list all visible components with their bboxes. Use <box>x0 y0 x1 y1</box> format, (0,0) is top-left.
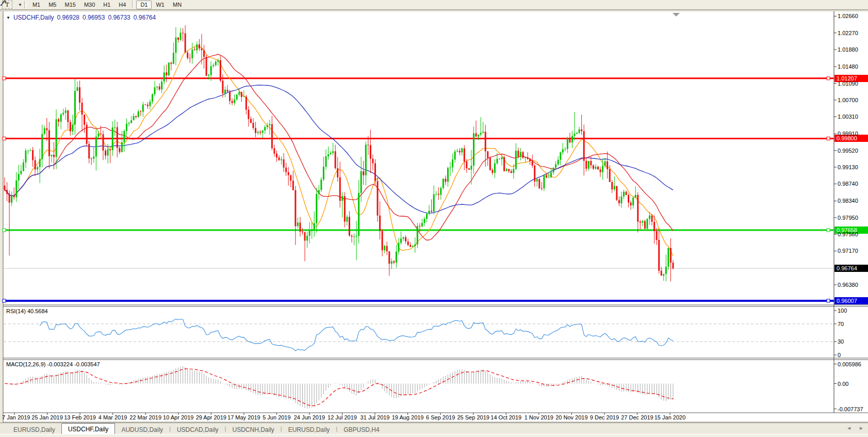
line-handle[interactable] <box>827 299 830 302</box>
date-axis-label: 27 Dec 2019 <box>621 414 653 420</box>
chart-tab-EURUSD-Daily[interactable]: EURUSD,Daily <box>282 425 336 434</box>
date-axis-label: 15 Jan 2020 <box>654 414 686 420</box>
date-axis-label: 5 Jun 2019 <box>263 414 290 420</box>
date-axis-label: 14 Oct 2019 <box>490 414 521 420</box>
price-axis-tick-label: 1.02660 <box>838 13 858 19</box>
chart-tab-USDCHF-Daily[interactable]: USDCHF,Daily <box>61 423 116 434</box>
candlestick-chart-canvas[interactable] <box>0 0 868 423</box>
chart-symbol-period: USDCHF,Daily <box>13 14 54 21</box>
price-axis-tick-label: 0.97560 <box>838 231 858 237</box>
price-axis-tick-label: 0.99130 <box>838 164 858 170</box>
ohlc-close: 0.96764 <box>134 14 156 21</box>
chart-tab-AUDUSD-Daily[interactable]: AUDUSD,Daily <box>115 425 169 434</box>
chart-tab-EURUSD-Daily[interactable]: EURUSD,Daily <box>7 425 61 434</box>
date-axis-label: 10 Apr 2019 <box>163 414 193 420</box>
chart-tab-GBPUSD-H4[interactable]: GBPUSD,H4 <box>337 425 385 434</box>
line-handle[interactable] <box>827 137 830 140</box>
macd-indicator-label: MACD(12,26,9) -0.003224 -0.003547 <box>6 361 100 367</box>
ohlc-high: 0.96953 <box>83 14 105 21</box>
tab-scroll-right-icon[interactable]: ► <box>859 425 864 431</box>
price-axis-tick-label: 0.98740 <box>838 181 858 187</box>
price-axis-tick-label: 0.99520 <box>838 148 858 154</box>
date-axis-label: 12 Jul 2019 <box>327 414 357 420</box>
date-axis-label: 6 Sep 2019 <box>426 414 455 420</box>
rsi-indicator-label: RSI(14) 40.5684 <box>6 308 48 314</box>
price-axis-tick-label: 0.97950 <box>838 215 858 221</box>
rsi-axis-tick-label: 30 <box>838 338 844 345</box>
price-line-label: 0.96007 <box>834 297 868 304</box>
chart-title: ▼ USDCHF,Daily 0.96928 0.96953 0.96733 0… <box>6 14 156 21</box>
collapse-triangle-icon[interactable]: ▼ <box>6 15 10 20</box>
date-axis-label: 22 Mar 2019 <box>129 414 161 420</box>
macd-axis-tick-label: -0.007737 <box>838 406 863 412</box>
price-axis-tick-label: 1.00700 <box>838 97 858 103</box>
price-axis-tick-label: 0.97170 <box>838 248 858 254</box>
date-axis-label: 29 Apr 2019 <box>196 414 226 420</box>
rsi-axis-tick-label: 70 <box>838 321 844 327</box>
date-axis-label: 31 Jul 2019 <box>361 414 390 420</box>
date-axis-label: 25 Sep 2019 <box>457 414 489 420</box>
line-handle[interactable] <box>827 229 830 232</box>
price-axis-tick-label: 1.01880 <box>838 46 858 53</box>
line-handle[interactable] <box>3 137 6 140</box>
macd-axis-tick-label: 0.005986 <box>838 361 861 367</box>
price-axis-tick-label: 0.96380 <box>838 282 858 288</box>
date-axis-label: 25 Jan 2019 <box>31 414 63 420</box>
price-axis-tick-label: 0.99910 <box>838 131 858 137</box>
ohlc-low: 0.96733 <box>108 14 130 21</box>
date-axis-label: 19 Aug 2019 <box>392 414 424 420</box>
price-axis-tick-label: 0.98340 <box>838 198 858 204</box>
tab-scroll-buttons: ◄ ► <box>846 425 864 431</box>
line-handle[interactable] <box>3 229 6 232</box>
date-axis-label: 1 Nov 2019 <box>525 414 553 420</box>
date-axis-label: 7 Jan 2019 <box>2 414 30 420</box>
symbol-tab-bar: EURUSD,DailyUSDCHF,DailyAUDUSD,Daily|USD… <box>0 423 868 434</box>
rsi-axis-tick-label: 0 <box>838 352 841 358</box>
price-axis-tick-label: 1.01090 <box>838 80 858 87</box>
date-axis-label: 20 Nov 2019 <box>555 414 587 420</box>
date-axis-label: 9 Dec 2019 <box>590 414 619 420</box>
chart-tab-USDCAD-Daily[interactable]: USDCAD,Daily <box>171 425 225 434</box>
line-handle[interactable] <box>827 77 830 80</box>
date-axis-label: 4 Mar 2019 <box>99 414 127 420</box>
price-axis-tick-label: 1.00310 <box>838 114 858 120</box>
date-axis-label: 24 Jun 2019 <box>294 414 325 420</box>
line-handle[interactable] <box>3 77 6 80</box>
current-price-label: 0.96764 <box>834 265 868 272</box>
price-axis-tick-label: 1.01480 <box>838 63 858 70</box>
price-axis-tick-label: 1.02270 <box>838 30 858 36</box>
tab-scroll-left-icon[interactable]: ◄ <box>846 425 851 431</box>
rsi-axis-tick-label: 100 <box>838 307 847 314</box>
date-axis-label: 13 Feb 2019 <box>64 414 96 420</box>
ohlc-open: 0.96928 <box>57 14 79 21</box>
macd-axis-tick-label: 0.00 <box>838 381 848 387</box>
date-axis-label: 17 May 2019 <box>227 414 260 420</box>
window-bottom-strip <box>0 434 868 437</box>
chart-tab-USDCNH-Daily[interactable]: USDCNH,Daily <box>226 425 280 434</box>
line-handle[interactable] <box>3 299 6 302</box>
